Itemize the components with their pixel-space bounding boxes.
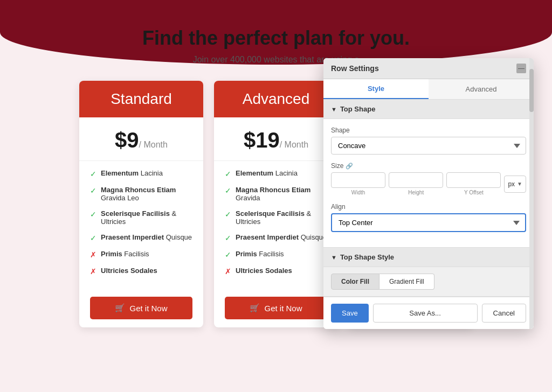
price-section-advanced: $19/ Month <box>214 117 338 161</box>
cross-icon: ✗ <box>225 267 231 276</box>
card-footer-advanced: 🛒 Get it Now <box>214 291 338 327</box>
feature-item: ✓ Praesent Imperdiet Quisque <box>90 233 192 242</box>
feature-item: ✓ Scelerisque Facilisis & Ultricies <box>90 209 192 226</box>
unit-chevron-icon: ▼ <box>517 181 522 187</box>
scrollbar-track <box>529 58 534 329</box>
panel-title: Row Settings <box>331 64 379 73</box>
feature-item: ✓ Scelerisque Facilisis & Ultricies <box>225 209 327 226</box>
check-icon: ✓ <box>90 210 96 219</box>
align-form-group: Align Top Left Top Center Top Right <box>331 203 526 232</box>
feature-item: ✓ Magna Rhoncus Etiam Gravida <box>225 186 327 202</box>
feature-item: ✗ Primis Facilisis <box>90 250 192 259</box>
price-advanced: $19/ Month <box>244 128 308 152</box>
check-icon: ✓ <box>225 234 231 242</box>
cart-icon: 🛒 <box>115 303 125 313</box>
panel-minimize-button[interactable]: — <box>516 64 526 73</box>
top-shape-section-content: Shape None Triangle Concave Convex Wave … <box>323 119 534 248</box>
height-input-wrap: Height <box>389 172 443 195</box>
card-footer-standard: 🛒 Get it Now <box>79 291 203 327</box>
check-icon: ✓ <box>225 170 231 178</box>
top-shape-style-section-header[interactable]: ▼ Top Shape Style <box>323 248 534 267</box>
check-icon: ✓ <box>90 186 96 195</box>
link-icon: 🔗 <box>346 163 353 170</box>
color-fill-button[interactable]: Color Fill <box>331 274 380 290</box>
feature-item: ✓ Primis Facilisis <box>225 250 327 259</box>
feature-item: ✓ Magna Rhoncus Etiam Gravida Leo <box>90 186 192 202</box>
page-title: Find the perfect plan for you. <box>0 16 552 50</box>
row-settings-panel: Row Settings — Style Advanced ▼ Top Shap… <box>323 58 534 329</box>
feature-item: ✓ Praesent Imperdiet Quisque <box>225 233 327 242</box>
chevron-down-icon: ▼ <box>331 106 337 113</box>
panel-body: ▼ Top Shape Shape None Triangle Concave … <box>323 100 534 297</box>
price-section-standard: $9/ Month <box>79 117 203 161</box>
fill-buttons-group: Color Fill Gradient Fill <box>331 274 526 290</box>
scrollbar-thumb[interactable] <box>529 69 534 112</box>
shape-label: Shape <box>331 127 526 134</box>
card-name-standard: Standard <box>111 90 172 107</box>
check-icon: ✓ <box>225 186 231 195</box>
width-input[interactable] <box>331 172 385 188</box>
pricing-card-advanced: Advanced $19/ Month ✓ Elementum Lacinia … <box>214 81 338 327</box>
shape-select[interactable]: None Triangle Concave Convex Wave Zigzag <box>331 137 526 155</box>
feature-item: ✓ Elementum Lacinia <box>90 169 192 178</box>
unit-label: px <box>508 180 515 188</box>
card-header-standard: Standard <box>79 81 203 117</box>
top-shape-section-header[interactable]: ▼ Top Shape <box>323 100 534 119</box>
feature-item: ✗ Ultricies Sodales <box>90 267 192 276</box>
save-as-button[interactable]: Save As... <box>373 304 478 323</box>
align-label: Align <box>331 203 526 211</box>
top-shape-label: Top Shape <box>340 105 375 113</box>
card-name-advanced: Advanced <box>243 90 310 107</box>
height-label: Height <box>408 190 424 195</box>
cancel-button[interactable]: Cancel <box>482 304 526 323</box>
chevron-down-icon: ▼ <box>331 254 337 261</box>
cross-icon: ✗ <box>90 250 96 259</box>
size-inputs: Width Height Y Offset <box>331 172 501 195</box>
panel-titlebar: Row Settings — <box>323 58 534 79</box>
feature-item: ✗ Ultricies Sodales <box>225 267 327 276</box>
save-button[interactable]: Save <box>331 304 369 323</box>
get-it-now-button-standard[interactable]: 🛒 Get it Now <box>90 297 192 319</box>
y-offset-input[interactable] <box>446 172 501 188</box>
align-select[interactable]: Top Left Top Center Top Right <box>331 213 526 232</box>
features-advanced: ✓ Elementum Lacinia ✓ Magna Rhoncus Etia… <box>214 161 338 291</box>
price-standard: $9/ Month <box>115 128 168 152</box>
y-offset-input-wrap: Y Offset <box>446 172 501 195</box>
gradient-fill-button[interactable]: Gradient Fill <box>380 274 434 290</box>
unit-select[interactable]: px ▼ <box>504 176 526 193</box>
features-standard: ✓ Elementum Lacinia ✓ Magna Rhoncus Etia… <box>79 161 203 291</box>
size-label-row: Size 🔗 <box>331 162 526 170</box>
size-inputs-row: Width Height Y Offset px ▼ <box>331 172 526 195</box>
check-icon: ✓ <box>90 234 96 242</box>
width-label: Width <box>351 190 365 195</box>
shape-form-group: Shape None Triangle Concave Convex Wave … <box>331 127 526 155</box>
cross-icon: ✗ <box>90 267 96 276</box>
panel-tabs: Style Advanced <box>323 79 534 100</box>
tab-advanced[interactable]: Advanced <box>429 79 534 99</box>
width-input-wrap: Width <box>331 172 385 195</box>
top-shape-style-section-content: Color Fill Gradient Fill <box>323 267 534 297</box>
check-icon: ✓ <box>90 170 96 178</box>
check-icon: ✓ <box>225 250 231 259</box>
size-label: Size <box>331 162 343 170</box>
tab-style[interactable]: Style <box>323 79 429 99</box>
cart-icon: 🛒 <box>250 303 260 313</box>
card-header-advanced: Advanced <box>214 81 338 117</box>
pricing-card-standard: Standard $9/ Month ✓ Elementum Lacinia ✓… <box>79 81 203 327</box>
size-form-group: Size 🔗 Width Height <box>331 162 526 195</box>
feature-item: ✓ Elementum Lacinia <box>225 169 327 178</box>
get-it-now-button-advanced[interactable]: 🛒 Get it Now <box>225 297 327 319</box>
check-icon: ✓ <box>225 210 231 219</box>
height-input[interactable] <box>389 172 443 188</box>
top-shape-style-label: Top Shape Style <box>340 253 394 261</box>
panel-footer: Save Save As... Cancel <box>323 297 534 329</box>
y-offset-label: Y Offset <box>464 190 484 195</box>
